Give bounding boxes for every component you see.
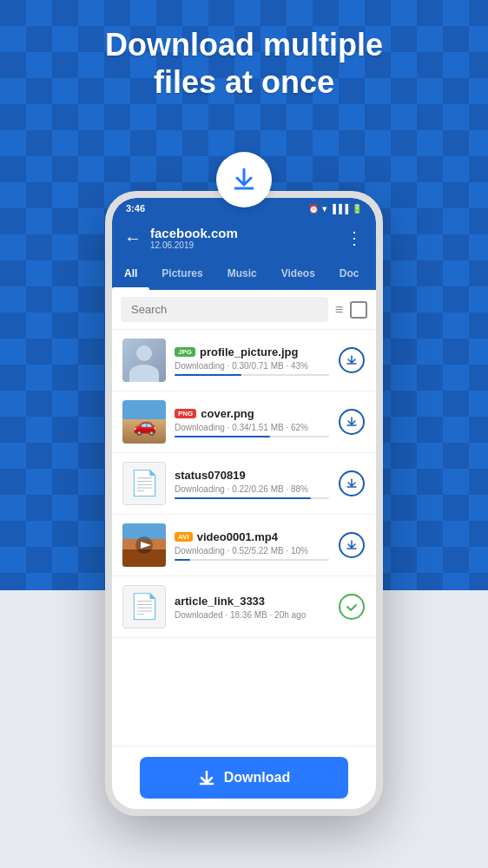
file-info: AVI video0001.mp4 Downloading · 0.52/5.2… — [175, 530, 329, 561]
file-status: Downloading · 0.30/0.71 MB · 43% — [175, 361, 329, 371]
file-name: profile_picture.jpg — [200, 345, 298, 358]
battery-icon: 🔋 — [352, 204, 362, 214]
list-item: 🚗 PNG cover.png Downloading · 0.34/1.51 … — [112, 391, 376, 453]
filter-icon[interactable]: ≡ — [335, 302, 343, 318]
list-item: 📄 status070819 Downloading · 0.22/0.26 M… — [112, 453, 376, 515]
file-badge-png: PNG — [175, 409, 196, 418]
file-name: status070819 — [175, 469, 246, 482]
toolbar: ← facebook.com 12.06.2019 ⋮ — [112, 217, 376, 259]
file-badge-jpg: JPG — [175, 347, 195, 357]
list-item: 📄 article_link_3333 Downloaded · 18.36 M… — [112, 576, 376, 638]
download-button[interactable]: Download — [140, 757, 348, 799]
status-icons: ⏰ ▾ ▐▐▐ 🔋 — [308, 204, 362, 214]
tab-bar: All Pictures Music Videos Doc — [112, 259, 376, 290]
file-action[interactable] — [338, 531, 366, 559]
phone-mockup: 3:46 ⏰ ▾ ▐▐▐ 🔋 ← facebook.com 12.06.2019… — [105, 191, 383, 816]
list-item: AVI video0001.mp4 Downloading · 0.52/5.2… — [112, 515, 376, 576]
tab-pictures[interactable]: Pictures — [149, 259, 214, 288]
file-info: article_link_3333 Downloaded · 18.36 MB … — [175, 595, 329, 620]
download-indicator[interactable] — [339, 347, 365, 373]
download-circle-icon — [216, 152, 272, 207]
file-thumbnail: 📄 — [122, 585, 166, 628]
file-badge-avi: AVI — [175, 532, 193, 542]
file-status: Downloading · 0.22/0.26 MB · 88% — [175, 484, 329, 494]
file-action[interactable] — [338, 408, 366, 436]
tab-all[interactable]: All — [112, 259, 149, 288]
download-indicator[interactable] — [339, 532, 365, 558]
file-info: PNG cover.png Downloading · 0.34/1.51 MB… — [175, 407, 329, 437]
toolbar-date: 12.06.2019 — [150, 240, 337, 250]
file-thumbnail — [122, 523, 166, 567]
file-thumbnail: 🚗 — [122, 400, 166, 444]
alarm-icon: ⏰ — [308, 204, 319, 214]
file-thumbnail — [122, 339, 166, 382]
list-item: JPG profile_picture.jpg Downloading · 0.… — [112, 330, 376, 391]
progress-fill — [175, 374, 241, 376]
doc-icon: 📄 — [129, 471, 160, 496]
search-input[interactable] — [121, 297, 328, 322]
status-time: 3:46 — [126, 203, 145, 214]
content-area: ≡ JPG profile_picture.jpg Downloading · … — [112, 290, 376, 809]
file-action — [338, 593, 366, 621]
wifi-icon: ▾ — [322, 204, 326, 214]
file-info: JPG profile_picture.jpg Downloading · 0.… — [175, 345, 329, 376]
file-action[interactable] — [338, 346, 366, 374]
file-info: status070819 Downloading · 0.22/0.26 MB … — [175, 469, 329, 499]
progress-bar — [175, 374, 329, 376]
download-button-container: Download — [112, 746, 376, 809]
select-all-icon[interactable] — [350, 301, 367, 319]
progress-fill — [175, 559, 190, 561]
file-name: video0001.mp4 — [197, 530, 278, 543]
tab-videos[interactable]: Videos — [269, 259, 327, 288]
tab-music[interactable]: Music — [215, 259, 269, 288]
menu-button[interactable]: ⋮ — [346, 227, 364, 248]
download-button-label: Download — [224, 770, 290, 786]
back-button[interactable]: ← — [124, 228, 142, 248]
progress-fill — [175, 436, 270, 437]
download-indicator[interactable] — [339, 409, 365, 435]
file-status: Downloading · 0.52/5.22 MB · 10% — [175, 546, 329, 556]
search-row: ≡ — [112, 290, 376, 330]
toolbar-info: facebook.com 12.06.2019 — [150, 226, 337, 250]
progress-fill — [175, 497, 311, 499]
file-name: article_link_3333 — [175, 595, 265, 608]
file-thumbnail: 📄 — [122, 462, 166, 505]
file-status: Downloading · 0.34/1.51 MB · 62% — [175, 423, 329, 432]
toolbar-url: facebook.com — [150, 226, 337, 240]
done-indicator — [339, 594, 365, 620]
download-indicator[interactable] — [339, 470, 365, 496]
progress-bar — [175, 559, 329, 561]
file-action[interactable] — [338, 470, 366, 497]
doc-icon: 📄 — [129, 595, 160, 619]
file-list: JPG profile_picture.jpg Downloading · 0.… — [112, 330, 376, 746]
tab-doc[interactable]: Doc — [327, 259, 372, 288]
file-name: cover.png — [201, 407, 254, 420]
signal-icon: ▐▐▐ — [330, 204, 348, 214]
progress-bar — [175, 436, 329, 437]
file-status: Downloaded · 18.36 MB · 20h ago — [175, 610, 329, 620]
hero-title: Download multiple files at once — [0, 26, 488, 101]
progress-bar — [175, 497, 329, 499]
